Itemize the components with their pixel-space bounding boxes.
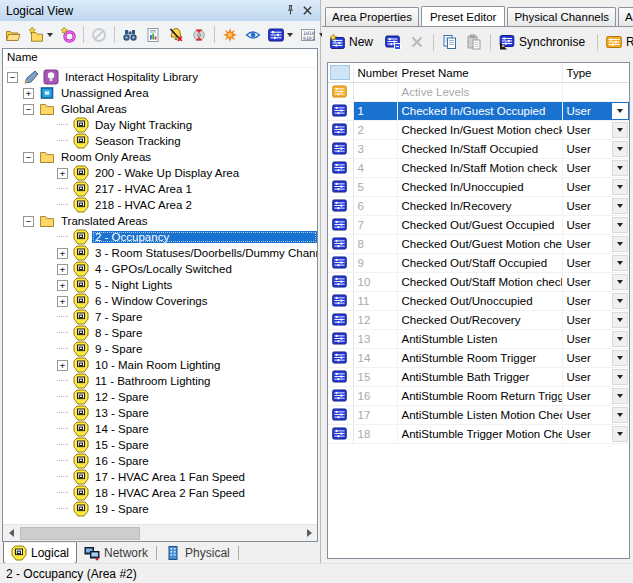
type-dropdown-button[interactable] [612, 179, 628, 195]
preset-row[interactable]: 2Checked In/Guest Motion checkUser [328, 121, 629, 140]
type-dropdown-button[interactable] [612, 217, 628, 233]
tree-item[interactable]: +6 - Window Coverings [3, 293, 317, 309]
type-dropdown-button[interactable] [612, 293, 628, 309]
tree-item[interactable]: 7 - Spare [3, 309, 317, 325]
preset-row[interactable]: 10Checked Out/Staff Motion checkUser [328, 273, 629, 292]
preset-row[interactable]: 17AntiStumble Listen Motion CheckUser [328, 406, 629, 425]
preset-type-cell[interactable]: User [562, 311, 629, 330]
scroll-left-button[interactable] [3, 526, 19, 541]
editor-tab-area-devices[interactable]: Area Devices [618, 7, 633, 26]
tree-item[interactable]: 18 - HVAC Area 2 Fan Speed [3, 485, 317, 501]
preset-row[interactable]: 3Checked In/Staff OccupiedUser [328, 140, 629, 159]
preset-type-cell[interactable]: User [562, 273, 629, 292]
preset-type-cell[interactable]: User [562, 349, 629, 368]
type-dropdown-button[interactable] [612, 312, 628, 328]
preset-type-cell[interactable]: User [562, 178, 629, 197]
preset-name-cell[interactable]: Checked In/Staff Motion check [397, 159, 562, 178]
record-button[interactable]: Record [603, 32, 633, 52]
preset-type-cell[interactable]: User [562, 102, 629, 121]
type-dropdown-button[interactable] [612, 141, 628, 157]
tree-item[interactable]: +200 - Wake Up Display Area [3, 165, 317, 181]
preset-name-cell[interactable]: Checked Out/Unoccupied [397, 292, 562, 311]
tree-item[interactable]: Day Night Tracking [3, 117, 317, 133]
tree-item[interactable]: +Unassigned Area [3, 85, 317, 101]
scroll-right-button[interactable] [301, 526, 317, 541]
preset-type-cell[interactable]: User [562, 235, 629, 254]
paste-button[interactable] [463, 32, 485, 52]
tree-item[interactable]: 218 - HVAC Area 2 [3, 197, 317, 213]
tree-item[interactable]: −Translated Areas [3, 213, 317, 229]
tree-expander[interactable]: + [57, 280, 68, 291]
tree-item[interactable]: Season Tracking [3, 133, 317, 149]
preset-row[interactable]: 7Checked Out/Guest OccupiedUser [328, 216, 629, 235]
tree-expander[interactable]: − [23, 216, 34, 227]
tree-expander[interactable]: + [57, 248, 68, 259]
preset-row[interactable]: 11Checked Out/UnoccupiedUser [328, 292, 629, 311]
preset-name-cell[interactable]: Checked Out/Staff Motion check [397, 273, 562, 292]
column-header-number[interactable]: Number [353, 63, 397, 83]
preset-name-cell[interactable]: Checked In/Staff Occupied [397, 140, 562, 159]
type-dropdown-button[interactable] [612, 426, 628, 442]
report-button[interactable] [142, 24, 164, 46]
tree-item[interactable]: 19 - Spare [3, 501, 317, 517]
tree-item[interactable]: 217 - HVAC Area 1 [3, 181, 317, 197]
tree-item[interactable]: −Interact Hospitality Library [3, 69, 317, 85]
preset-row[interactable]: 4Checked In/Staff Motion checkUser [328, 159, 629, 178]
preset-row[interactable]: 13AntiStumble ListenUser [328, 330, 629, 349]
scrollbar-thumb[interactable] [20, 527, 140, 540]
preset-name-cell[interactable]: Checked Out/Guest Motion check [397, 235, 562, 254]
type-dropdown-button[interactable] [612, 255, 628, 271]
type-dropdown-button[interactable] [612, 103, 628, 119]
preset-row[interactable]: 12Checked Out/RecoveryUser [328, 311, 629, 330]
new-preset-button[interactable]: New [326, 32, 380, 52]
preset-type-cell[interactable]: User [562, 292, 629, 311]
preset-row[interactable]: 15AntiStumble Bath TriggerUser [328, 368, 629, 387]
tree-item[interactable]: 14 - Spare [3, 421, 317, 437]
synchronise-button[interactable]: Synchronise [496, 32, 592, 52]
preset-row[interactable]: 14AntiStumble Room TriggerUser [328, 349, 629, 368]
preset-type-cell[interactable]: User [562, 216, 629, 235]
column-header-preset-name[interactable]: Preset Name [397, 63, 562, 83]
find-button[interactable] [119, 24, 141, 46]
preset-name-cell[interactable]: AntiStumble Bath Trigger [397, 368, 562, 387]
view-tab-physical[interactable]: Physical [158, 542, 237, 564]
preset-type-cell[interactable]: User [562, 121, 629, 140]
preset-name-cell[interactable]: AntiStumble Room Trigger [397, 349, 562, 368]
preset-name-cell[interactable]: AntiStumble Listen [397, 330, 562, 349]
close-button[interactable] [299, 3, 316, 19]
preset-type-cell[interactable] [562, 83, 629, 102]
preset-type-cell[interactable]: User [562, 406, 629, 425]
tree-item[interactable]: +5 - Night Lights [3, 277, 317, 293]
tree-expander[interactable]: + [57, 360, 68, 371]
preset-row[interactable]: 9Checked Out/Staff OccupiedUser [328, 254, 629, 273]
preset-name-cell[interactable]: Checked In/Guest Occupied [397, 102, 562, 121]
delete-button[interactable] [406, 32, 428, 52]
tree-item[interactable]: 16 - Spare [3, 453, 317, 469]
commission-button[interactable] [188, 24, 210, 46]
tree-item[interactable]: 8 - Spare [3, 325, 317, 341]
pin-button[interactable] [282, 3, 299, 19]
type-dropdown-button[interactable] [612, 274, 628, 290]
preset-name-cell[interactable]: Active Levels [397, 83, 562, 102]
tree-expander[interactable]: + [23, 88, 34, 99]
tree-expander[interactable]: − [7, 72, 18, 83]
type-dropdown-button[interactable] [612, 160, 628, 176]
horizontal-scrollbar[interactable] [3, 524, 317, 541]
tree-item[interactable]: −Room Only Areas [3, 149, 317, 165]
type-dropdown-button[interactable] [612, 350, 628, 366]
preset-row[interactable]: 16AntiStumble Room Return TriggerUser [328, 387, 629, 406]
view-tab-logical[interactable]: Logical [3, 542, 77, 564]
tree-item[interactable]: 15 - Spare [3, 437, 317, 453]
add-area-button[interactable] [57, 24, 79, 46]
tree-item[interactable]: 12 - Spare [3, 389, 317, 405]
preset-type-cell[interactable]: User [562, 254, 629, 273]
tree-item[interactable]: 2 - Occupancy [3, 229, 317, 245]
type-dropdown-button[interactable] [612, 198, 628, 214]
type-dropdown-button[interactable] [612, 122, 628, 138]
add-folder-button[interactable] [25, 24, 56, 46]
preset-view-button[interactable] [265, 24, 296, 46]
open-folder-button[interactable] [2, 24, 24, 46]
tree-item[interactable]: +10 - Main Room Lighting [3, 357, 317, 373]
column-header-type[interactable]: Type [562, 63, 629, 83]
preset-name-cell[interactable]: Checked In/Unoccupied [397, 178, 562, 197]
